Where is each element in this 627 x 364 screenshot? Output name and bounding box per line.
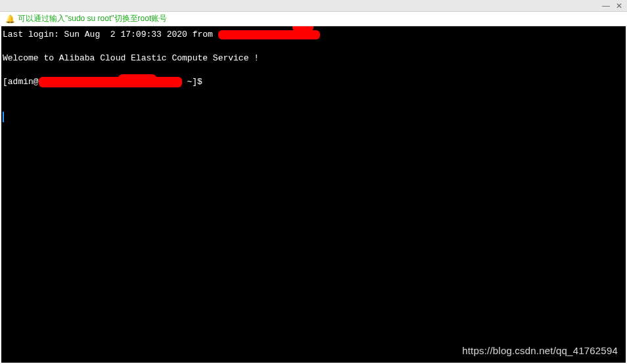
redacted-hostname — [39, 77, 182, 87]
redacted-ip — [218, 30, 320, 39]
prompt-suffix: ~]$ — [182, 77, 208, 87]
prompt-prefix: [admin@ — [3, 77, 39, 87]
terminal-empty-line — [3, 41, 624, 53]
cursor-indicator — [3, 112, 4, 122]
minimize-button[interactable]: — — [599, 1, 613, 11]
close-button[interactable]: ✕ — [613, 1, 626, 11]
terminal-line-last-login: Last login: Sun Aug 2 17:09:33 2020 from — [3, 29, 624, 41]
bell-icon: 🔔 — [5, 14, 15, 24]
terminal-empty-line — [3, 64, 624, 76]
last-login-text: Last login: Sun Aug 2 17:09:33 2020 from — [3, 30, 218, 39]
hint-text: 可以通过输入"sudo su root"切换至root账号 — [18, 13, 167, 24]
terminal-prompt-line: [admin@ ~]$ — [3, 76, 624, 88]
watermark-text: https://blog.csdn.net/qq_41762594 — [462, 345, 618, 356]
terminal-area[interactable]: Last login: Sun Aug 2 17:09:33 2020 from… — [1, 26, 626, 363]
terminal-line-welcome: Welcome to Alibaba Cloud Elastic Compute… — [3, 53, 624, 64]
hint-bar: 🔔 可以通过输入"sudo su root"切换至root账号 — [0, 12, 627, 26]
window-titlebar: — ✕ — [0, 0, 627, 12]
